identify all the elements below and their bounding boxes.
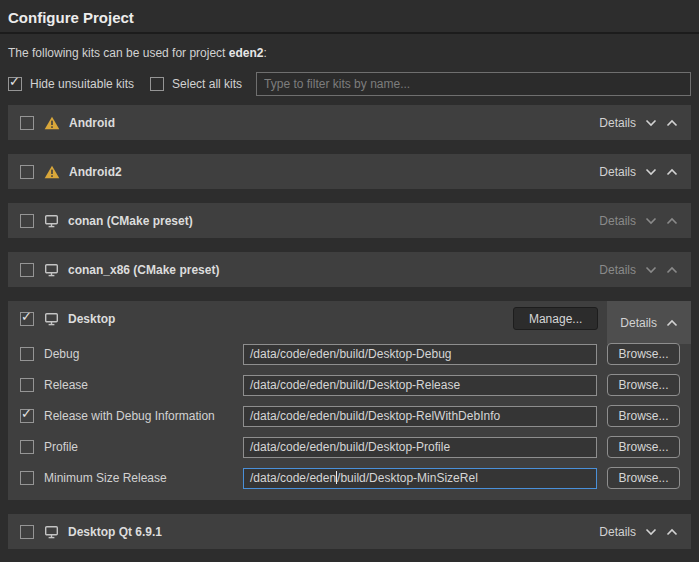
kit-name: conan_x86 (CMake preset) [68, 263, 219, 277]
path-text-before-caret: /data/code/eden [250, 471, 336, 485]
kit-header: ✓ Android2 Details [8, 154, 691, 189]
details-label: Details [599, 165, 636, 179]
kit-name: Desktop Qt 6.9.1 [68, 525, 162, 539]
config-label-group: ✓ Minimum Size Release [20, 471, 243, 485]
select-all-kits-checkbox[interactable]: ✓ Select all kits [150, 77, 242, 91]
kit-checkbox[interactable]: ✓ [20, 116, 34, 130]
details-toggle[interactable]: Details [586, 105, 691, 140]
chevron-up-icon [666, 319, 678, 327]
chevron-down-icon [645, 217, 657, 225]
desktop-icon [44, 525, 59, 539]
details-label: Details [599, 214, 636, 228]
warning-icon [44, 165, 60, 179]
details-toggle[interactable]: Details [586, 154, 691, 189]
details-label: Details [599, 525, 636, 539]
kit-checkbox[interactable]: ✓ [20, 263, 34, 277]
path-text-after-caret: /build/Desktop-MinSizeRel [337, 471, 478, 485]
build-config-row-minsizerel: ✓ Minimum Size Release /data/code/eden/b… [20, 467, 680, 489]
details-label: Details [599, 263, 636, 277]
desktop-icon [44, 312, 59, 326]
kit-checkbox[interactable]: ✓ [20, 214, 34, 228]
checkbox-box[interactable]: ✓ [150, 77, 164, 91]
chevron-down-icon [645, 168, 657, 176]
checkmark-icon: ✓ [9, 75, 20, 89]
config-checkbox[interactable]: ✓ [20, 347, 34, 361]
filter-bar: ✓ Hide unsuitable kits ✓ Select all kits [8, 72, 691, 96]
build-dir-input[interactable]: /data/code/eden/build/Desktop-RelWithDeb… [243, 406, 597, 427]
config-label: Profile [44, 440, 78, 454]
chevron-up-icon [666, 266, 678, 274]
intro-prefix: The following kits can be used for proje… [8, 46, 229, 60]
kit-checkbox[interactable]: ✓ [20, 312, 34, 326]
kit-header: ✓ conan (CMake preset) Details [8, 203, 691, 238]
config-label: Minimum Size Release [44, 471, 167, 485]
browse-button[interactable]: Browse... [607, 343, 680, 365]
config-checkbox[interactable]: ✓ [20, 471, 34, 485]
kit-checkbox[interactable]: ✓ [20, 165, 34, 179]
config-label-group: ✓ Profile [20, 440, 243, 454]
kit-details-panel: ✓ Debug /data/code/eden/build/Desktop-De… [8, 336, 691, 500]
kit-row-desktop: ✓ Desktop Manage... Details ✓ Debug /dat… [8, 301, 691, 500]
chevron-up-icon [666, 217, 678, 225]
config-label: Debug [44, 347, 79, 361]
build-dir-input[interactable]: /data/code/eden/build/Desktop-Profile [243, 437, 597, 458]
build-dir-input[interactable]: /data/code/eden/build/Desktop-Release [243, 375, 597, 396]
chevron-down-icon [645, 119, 657, 127]
kit-row-conan-x86: ✓ conan_x86 (CMake preset) Details [8, 252, 691, 287]
manage-kits-button[interactable]: Manage... [513, 307, 598, 330]
details-label: Details [599, 116, 636, 130]
project-name: eden2 [229, 46, 264, 60]
kit-header: ✓ Desktop Manage... Details [8, 301, 691, 336]
browse-button[interactable]: Browse... [607, 374, 680, 396]
config-checkbox[interactable]: ✓ [20, 409, 34, 423]
build-config-row-profile: ✓ Profile /data/code/eden/build/Desktop-… [20, 436, 680, 458]
kit-row-desktop-qt: ✓ Desktop Qt 6.9.1 Details [8, 514, 691, 549]
chevron-up-icon [666, 119, 678, 127]
kit-name: Android [69, 116, 115, 130]
config-label-group: ✓ Release with Debug Information [20, 409, 243, 423]
chevron-down-icon [645, 528, 657, 536]
kit-name: conan (CMake preset) [68, 214, 193, 228]
checkmark-icon: ✓ [21, 310, 32, 324]
checkbox-label: Hide unsuitable kits [30, 77, 134, 91]
config-checkbox[interactable]: ✓ [20, 440, 34, 454]
build-dir-input[interactable]: /data/code/eden/build/Desktop-Debug [243, 344, 597, 365]
config-label-group: ✓ Debug [20, 347, 243, 361]
checkbox-box[interactable]: ✓ [8, 77, 22, 91]
kit-row-android2: ✓ Android2 Details [8, 154, 691, 189]
desktop-icon [44, 263, 59, 277]
config-label: Release with Debug Information [44, 409, 215, 423]
kit-name: Android2 [69, 165, 122, 179]
build-config-row-debug: ✓ Debug /data/code/eden/build/Desktop-De… [20, 343, 680, 365]
checkmark-icon: ✓ [21, 407, 32, 421]
build-dir-input-focused[interactable]: /data/code/eden/build/Desktop-MinSizeRel [243, 468, 597, 489]
chevron-down-icon [645, 266, 657, 274]
intro-text: The following kits can be used for proje… [8, 46, 691, 60]
details-toggle[interactable]: Details [607, 301, 691, 344]
build-config-row-relwithdebinfo: ✓ Release with Debug Information /data/c… [20, 405, 680, 427]
kit-name: Desktop [68, 312, 115, 326]
hide-unsuitable-kits-checkbox[interactable]: ✓ Hide unsuitable kits [8, 77, 134, 91]
browse-button[interactable]: Browse... [607, 467, 680, 489]
config-label: Release [44, 378, 88, 392]
page-title: Configure Project [0, 0, 699, 34]
kit-checkbox[interactable]: ✓ [20, 525, 34, 539]
build-config-row-release: ✓ Release /data/code/eden/build/Desktop-… [20, 374, 680, 396]
kit-filter-input[interactable] [256, 72, 691, 96]
details-toggle[interactable]: Details [586, 252, 691, 287]
chevron-up-icon [666, 528, 678, 536]
kit-row-android: ✓ Android Details [8, 105, 691, 140]
config-checkbox[interactable]: ✓ [20, 378, 34, 392]
browse-button[interactable]: Browse... [607, 405, 680, 427]
details-label: Details [620, 316, 657, 330]
config-label-group: ✓ Release [20, 378, 243, 392]
kit-header: ✓ conan_x86 (CMake preset) Details [8, 252, 691, 287]
browse-button[interactable]: Browse... [607, 436, 680, 458]
kit-header: ✓ Desktop Qt 6.9.1 Details [8, 514, 691, 549]
kit-header: ✓ Android Details [8, 105, 691, 140]
desktop-icon [44, 214, 59, 228]
warning-icon [44, 116, 60, 130]
details-toggle[interactable]: Details [586, 514, 691, 549]
kit-row-conan: ✓ conan (CMake preset) Details [8, 203, 691, 238]
details-toggle[interactable]: Details [586, 203, 691, 238]
